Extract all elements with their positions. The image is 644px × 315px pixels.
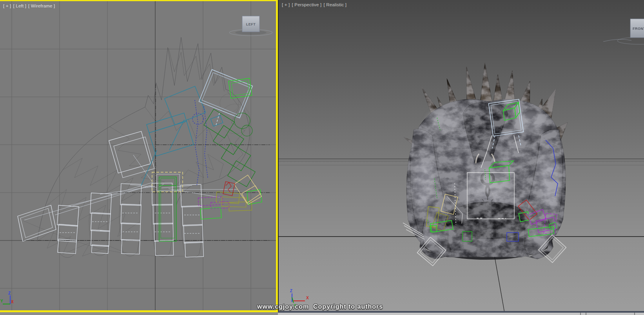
viewport-menu-shading[interactable]: [ Realistic ] xyxy=(323,2,346,7)
max-viewport-area: [ + ][ Left ][ Wireframe ] xyxy=(0,0,644,315)
viewport-menu-general[interactable]: [ + ] xyxy=(3,4,11,8)
bone-yellow-selection[interactable] xyxy=(152,172,183,192)
trajectory-guides xyxy=(24,84,270,240)
bone-red[interactable] xyxy=(223,182,235,196)
axis-y-label: Y xyxy=(0,299,3,303)
viewport-menu-shading[interactable]: [ Wireframe ] xyxy=(28,4,55,8)
viewcube-face-label[interactable]: FRONT xyxy=(633,27,644,31)
viewcube[interactable]: FRONT xyxy=(603,19,644,44)
viewport-menu-pov[interactable]: [ Perspective ] xyxy=(292,2,322,7)
axis-x-label: X xyxy=(306,296,309,300)
bottom-edge-left xyxy=(0,312,278,315)
bones-teal-spine[interactable] xyxy=(141,86,223,186)
bones-bright-green[interactable] xyxy=(159,78,262,241)
monster-model[interactable] xyxy=(404,63,568,260)
viewport-right-perspective[interactable]: [ + ][ Perspective ][ Realistic ] xyxy=(278,0,644,312)
stone-texture-overlay xyxy=(404,63,568,259)
watermark-text: www.cgjoy.com Copyright to authors xyxy=(257,303,383,310)
viewcube-ring-ellipse[interactable] xyxy=(617,37,644,44)
timeline-edge xyxy=(278,313,644,315)
viewport-label: [ + ][ Perspective ][ Realistic ] xyxy=(282,2,348,7)
viewport-menu-pov[interactable]: [ Left ] xyxy=(13,4,27,8)
axis-z-label: Z xyxy=(290,289,292,293)
axis-x-label: X xyxy=(11,300,14,304)
bone-lightblue-head[interactable] xyxy=(199,69,253,127)
viewcube[interactable]: LEFT xyxy=(229,16,272,36)
viewcube-face-label[interactable]: LEFT xyxy=(246,22,256,26)
left-viewport-canvas: LEFT Z Y X xyxy=(0,1,276,311)
viewport-label: [ + ][ Left ][ Wireframe ] xyxy=(3,4,57,8)
timeline-notch xyxy=(580,313,581,315)
viewport-menu-general[interactable]: [ + ] xyxy=(282,2,290,7)
timeline-notch xyxy=(586,313,586,315)
timeline-notch xyxy=(634,313,635,315)
viewport-left-wireframe[interactable]: [ + ][ Left ][ Wireframe ] xyxy=(0,0,278,312)
axis-z-label: Z xyxy=(8,291,11,295)
grid xyxy=(0,1,276,311)
right-viewport-canvas: FRONT Z X Y xyxy=(279,0,644,312)
bones-blue-dotted[interactable] xyxy=(192,100,208,186)
grid-origin-axes xyxy=(0,1,276,311)
